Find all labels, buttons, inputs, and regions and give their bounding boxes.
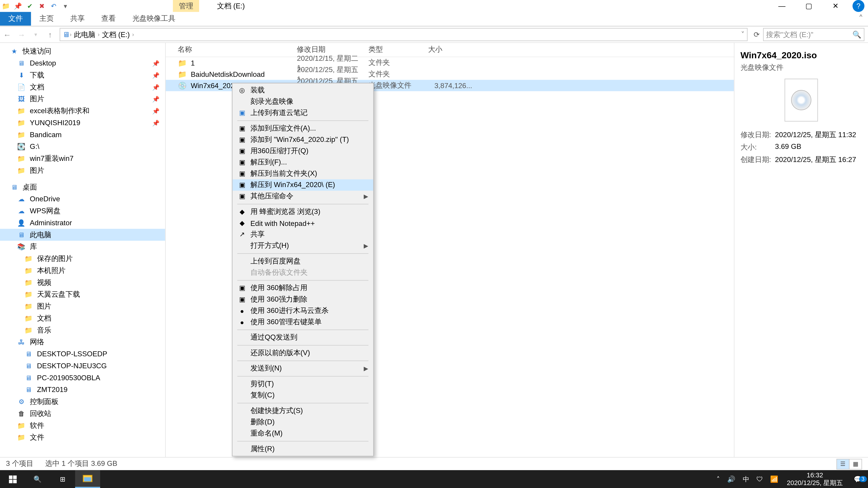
address-dropdown-icon[interactable]: ˅ — [741, 31, 745, 39]
qat-undo-icon[interactable]: ↶ — [48, 0, 60, 12]
taskbar-search-button[interactable]: 🔍 — [25, 470, 50, 488]
context-menu-item[interactable]: ▣使用 360解除占用 — [232, 283, 373, 294]
tree-item[interactable]: ☁WPS网盘 — [0, 205, 165, 217]
nav-recent-button[interactable]: ▾ — [29, 32, 43, 37]
table-row[interactable]: 📁1 2020/12/15, 星期二 1...文件夹 — [166, 57, 734, 68]
close-button[interactable]: ✕ — [822, 0, 849, 12]
column-headers[interactable]: 名称 修改日期 类型 大小 — [166, 43, 734, 57]
context-menu-item[interactable]: ▣上传到有道云笔记 — [232, 107, 373, 119]
tree-item[interactable]: 📁图片 — [0, 164, 165, 176]
tree-item[interactable]: 📁文档 — [0, 312, 165, 324]
context-menu-item[interactable]: 上传到百度网盘 — [232, 256, 373, 267]
tree-network[interactable]: 🖧网络 — [0, 336, 165, 348]
col-date[interactable]: 修改日期 — [297, 45, 368, 55]
taskview-button[interactable]: ⊞ — [50, 470, 75, 488]
context-menu-item[interactable]: 属性(R) — [232, 443, 373, 455]
context-menu-item[interactable]: 刻录光盘映像 — [232, 96, 373, 107]
tree-item[interactable]: 📁本机照片 — [0, 265, 165, 276]
tree-item[interactable]: 🖥PC-20190530OBLA — [0, 372, 165, 384]
tree-item[interactable]: 📄文档📌 — [0, 81, 165, 93]
nav-tree[interactable]: ★快速访问 🖥Desktop📌 ⬇下载📌 📄文档📌 🖼图片📌 📁excel表格制… — [0, 43, 166, 457]
minimize-button[interactable]: — — [769, 0, 796, 12]
tree-item[interactable]: ⬇下载📌 — [0, 69, 165, 81]
context-menu-item[interactable]: ▣解压到(F)... — [232, 157, 373, 168]
breadcrumb-item[interactable]: 文档 (E:) — [99, 30, 132, 40]
qat-pin-icon[interactable]: 📌 — [12, 0, 24, 12]
context-menu-item[interactable]: ▣添加到压缩文件(A)... — [232, 123, 373, 134]
tab-home[interactable]: 主页 — [31, 12, 62, 26]
tree-item[interactable]: 🖥Desktop📌 — [0, 57, 165, 69]
context-menu-item[interactable]: ▣用360压缩打开(Q) — [232, 145, 373, 157]
tree-item[interactable]: 💽G:\ — [0, 140, 165, 153]
context-menu-item[interactable]: 打开方式(H)▶ — [232, 240, 373, 252]
context-menu-item[interactable]: 还原以前的版本(V) — [232, 348, 373, 359]
context-menu-item[interactable]: 发送到(N)▶ — [232, 363, 373, 374]
tray-ime[interactable]: 中 — [739, 475, 753, 484]
tree-item[interactable]: 📁文件 — [0, 431, 165, 443]
nav-back-button[interactable]: ← — [0, 30, 14, 39]
action-center-button[interactable]: 💬3 — [848, 475, 868, 483]
context-menu-item[interactable]: ●使用 360管理右键菜单 — [232, 316, 373, 328]
context-menu-item[interactable]: ↗共享 — [232, 229, 373, 240]
search-icon[interactable]: 🔍 — [852, 31, 862, 39]
tree-item[interactable]: 📁保存的图片 — [0, 253, 165, 265]
tree-item[interactable]: 🖥ZMT2019 — [0, 384, 165, 396]
table-row[interactable]: 📁BaiduNetdiskDownload 2020/12/25, 星期五 1.… — [166, 68, 734, 80]
tree-this-pc[interactable]: 🖥此电脑 — [0, 229, 165, 241]
tray-app-icon[interactable]: 📶 — [767, 475, 782, 483]
context-menu-item[interactable]: ▣解压到 Win7x64_2020\ (E) — [232, 180, 373, 191]
col-size[interactable]: 大小 — [428, 45, 476, 55]
tree-item[interactable]: 📁视频 — [0, 276, 165, 289]
tree-desktop[interactable]: 🖥桌面 — [0, 181, 165, 193]
context-menu-item[interactable]: ●使用 360进行木马云查杀 — [232, 305, 373, 316]
context-menu-item[interactable]: 剪切(T) — [232, 379, 373, 390]
context-menu-item[interactable]: 删除(D) — [232, 417, 373, 428]
tab-view[interactable]: 查看 — [93, 12, 124, 26]
tree-item[interactable]: 📁Bandicam — [0, 129, 165, 141]
col-name[interactable]: 名称 — [166, 45, 297, 55]
refresh-button[interactable]: ⟳ — [750, 31, 763, 39]
tree-item[interactable]: 📁excel表格制作求和📌 — [0, 105, 165, 117]
search-input[interactable]: 搜索"文档 (E:)" 🔍 — [763, 28, 864, 41]
tree-item[interactable]: 📁音乐 — [0, 324, 165, 336]
tree-item[interactable]: 📁图片 — [0, 300, 165, 312]
context-menu-item[interactable]: 创建快捷方式(S) — [232, 405, 373, 416]
help-button[interactable]: ? — [852, 0, 864, 12]
ribbon-collapse-icon[interactable]: ˄ — [854, 12, 868, 26]
tree-item[interactable]: 🖥DESKTOP-LSSOEDP — [0, 348, 165, 360]
context-menu-item[interactable]: ◆用 蜂蜜浏览器 浏览(3) — [232, 206, 373, 218]
tree-item[interactable]: 🗑回收站 — [0, 408, 165, 420]
qat-check-icon[interactable]: ✔ — [24, 0, 36, 12]
context-menu-item[interactable]: ▣解压到当前文件夹(X) — [232, 168, 373, 180]
context-menu-item[interactable]: ▣其他压缩命令▶ — [232, 191, 373, 202]
tree-quick-access[interactable]: ★快速访问 — [0, 45, 165, 57]
tray-app-icon[interactable]: 🛡 — [753, 476, 767, 483]
breadcrumb[interactable]: 🖥 › 此电脑 › 文档 (E:) › ˅ — [60, 28, 748, 41]
context-menu-item[interactable]: 复制(C) — [232, 390, 373, 401]
tree-item[interactable]: 👤Administrator — [0, 217, 165, 229]
taskbar-clock[interactable]: 16:32 2020/12/25, 星期五 — [782, 471, 848, 487]
breadcrumb-item[interactable]: 此电脑 — [71, 30, 98, 40]
context-menu-item[interactable]: ▣添加到 "Win7x64_2020.zip" (T) — [232, 134, 373, 145]
view-details-button[interactable]: ☰ — [836, 458, 849, 469]
tree-item[interactable]: ⚙控制面板 — [0, 396, 165, 408]
tray-overflow-icon[interactable]: ˄ — [713, 475, 723, 483]
taskbar[interactable]: 🔍 ⊞ ˄ 🔊 中 🛡 📶 16:32 2020/12/25, 星期五 💬3 — [0, 470, 868, 488]
tree-item[interactable]: 🖥DESKTOP-NJEU3CG — [0, 360, 165, 372]
start-button[interactable] — [0, 470, 25, 488]
tree-item[interactable]: 📁win7重装win7 — [0, 153, 165, 164]
context-menu-item[interactable]: ▣使用 360强力删除 — [232, 294, 373, 305]
col-type[interactable]: 类型 — [368, 45, 428, 55]
system-tray[interactable]: ˄ 🔊 中 🛡 📶 16:32 2020/12/25, 星期五 💬3 — [713, 471, 868, 487]
tab-disc-tools[interactable]: 光盘映像工具 — [124, 12, 184, 26]
taskbar-explorer[interactable] — [75, 470, 100, 488]
tree-item[interactable]: 📁YUNQISHI2019📌 — [0, 117, 165, 129]
tree-libraries[interactable]: 📚库 — [0, 241, 165, 253]
view-icons-button[interactable]: ▦ — [849, 458, 862, 469]
context-menu-item[interactable]: 重命名(M) — [232, 428, 373, 439]
qat-dropdown-icon[interactable]: ▾ — [60, 0, 72, 12]
maximize-button[interactable]: ▢ — [795, 0, 822, 12]
tray-volume-icon[interactable]: 🔊 — [723, 475, 739, 483]
nav-up-button[interactable]: ↑ — [43, 30, 57, 39]
context-menu-item[interactable]: ◆Edit with Notepad++ — [232, 218, 373, 229]
